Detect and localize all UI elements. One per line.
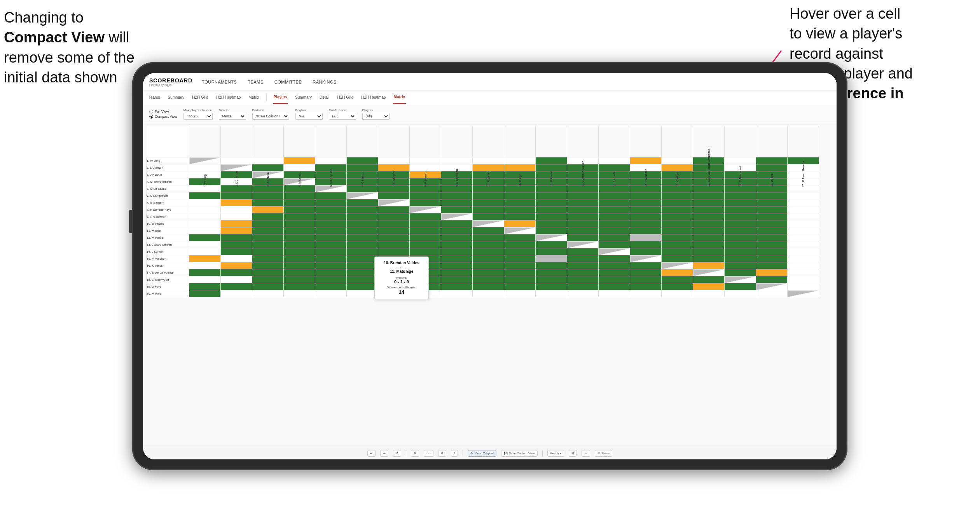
matrix-cell[interactable] [473, 269, 504, 276]
matrix-cell[interactable] [504, 234, 536, 241]
matrix-cell[interactable] [725, 248, 756, 255]
matrix-cell[interactable] [315, 227, 347, 234]
undo-button[interactable]: ↩ [367, 450, 376, 457]
matrix-cell[interactable] [378, 213, 410, 220]
matrix-cell[interactable] [662, 220, 693, 227]
matrix-cell[interactable] [473, 241, 504, 248]
matrix-cell[interactable] [567, 255, 599, 262]
matrix-cell[interactable] [725, 255, 756, 262]
matrix-cell[interactable] [756, 199, 788, 206]
matrix-cell[interactable] [315, 255, 347, 262]
matrix-cell[interactable] [599, 262, 630, 269]
matrix-cell[interactable] [189, 234, 221, 241]
matrix-cell[interactable] [693, 269, 725, 276]
matrix-cell[interactable] [536, 290, 567, 297]
matrix-cell[interactable] [221, 241, 252, 248]
matrix-cell[interactable] [473, 262, 504, 269]
share-button[interactable]: ↗ Share [595, 450, 612, 457]
matrix-cell[interactable] [347, 220, 378, 227]
matrix-cell[interactable] [441, 199, 473, 206]
matrix-cell[interactable] [221, 213, 252, 220]
matrix-cell[interactable] [221, 192, 252, 199]
matrix-cell[interactable] [536, 234, 567, 241]
tab-players-matrix[interactable]: Matrix [393, 91, 406, 104]
tab-players-h2h-heatmap[interactable]: H2H Heatmap [360, 91, 386, 104]
matrix-cell[interactable] [756, 241, 788, 248]
matrix-cell[interactable] [284, 213, 315, 220]
tab-h2h-grid[interactable]: H2H Grid [191, 91, 209, 104]
matrix-cell[interactable] [441, 206, 473, 213]
matrix-cell[interactable] [567, 241, 599, 248]
matrix-cell[interactable] [473, 206, 504, 213]
matrix-cell[interactable] [630, 262, 662, 269]
matrix-cell[interactable] [189, 262, 221, 269]
tab-players-detail[interactable]: Detail [319, 91, 330, 104]
matrix-cell[interactable] [189, 241, 221, 248]
matrix-cell[interactable] [347, 262, 378, 269]
matrix-cell[interactable] [441, 255, 473, 262]
matrix-cell[interactable] [504, 213, 536, 220]
matrix-cell[interactable] [504, 241, 536, 248]
matrix-cell[interactable] [252, 227, 284, 234]
matrix-cell[interactable] [536, 241, 567, 248]
matrix-cell[interactable] [252, 220, 284, 227]
matrix-cell[interactable] [347, 276, 378, 283]
matrix-cell[interactable] [662, 199, 693, 206]
matrix-cell[interactable] [284, 199, 315, 206]
matrix-cell[interactable] [567, 269, 599, 276]
matrix-cell[interactable] [599, 213, 630, 220]
matrix-cell[interactable] [567, 220, 599, 227]
matrix-cell[interactable] [788, 248, 819, 255]
tab-teams[interactable]: Teams [148, 91, 161, 104]
matrix-cell[interactable] [662, 206, 693, 213]
matrix-cell[interactable] [284, 276, 315, 283]
matrix-cell[interactable] [599, 248, 630, 255]
matrix-cell[interactable] [536, 220, 567, 227]
matrix-cell[interactable] [630, 255, 662, 262]
matrix-cell[interactable] [252, 192, 284, 199]
matrix-cell[interactable] [567, 199, 599, 206]
matrix-cell[interactable] [221, 283, 252, 290]
matrix-cell[interactable] [284, 241, 315, 248]
matrix-cell[interactable] [662, 290, 693, 297]
matrix-cell[interactable] [504, 206, 536, 213]
matrix-cell[interactable] [504, 269, 536, 276]
matrix-cell[interactable] [189, 206, 221, 213]
matrix-cell[interactable] [504, 262, 536, 269]
matrix-cell[interactable] [788, 213, 819, 220]
matrix-cell[interactable] [536, 269, 567, 276]
matrix-cell[interactable] [347, 199, 378, 206]
matrix-cell[interactable] [347, 192, 378, 199]
matrix-cell[interactable] [599, 241, 630, 248]
matrix-cell[interactable] [315, 276, 347, 283]
matrix-cell[interactable] [662, 241, 693, 248]
matrix-cell[interactable] [693, 262, 725, 269]
matrix-cell[interactable] [378, 220, 410, 227]
matrix-cell[interactable] [189, 269, 221, 276]
matrix-cell[interactable] [410, 192, 441, 199]
matrix-cell[interactable] [662, 276, 693, 283]
matrix-cell[interactable] [441, 283, 473, 290]
matrix-cell[interactable] [315, 213, 347, 220]
more-options-button[interactable]: ⋯ [582, 450, 590, 457]
matrix-cell[interactable] [536, 199, 567, 206]
matrix-cell[interactable] [252, 213, 284, 220]
matrix-cell[interactable] [284, 248, 315, 255]
matrix-cell[interactable] [189, 199, 221, 206]
matrix-cell[interactable] [599, 234, 630, 241]
matrix-cell[interactable] [441, 262, 473, 269]
matrix-cell[interactable] [252, 269, 284, 276]
matrix-cell[interactable] [756, 220, 788, 227]
matrix-cell[interactable] [567, 248, 599, 255]
matrix-cell[interactable] [662, 192, 693, 199]
matrix-cell[interactable] [693, 248, 725, 255]
matrix-cell[interactable] [599, 283, 630, 290]
matrix-cell[interactable] [788, 283, 819, 290]
matrix-cell[interactable] [189, 227, 221, 234]
matrix-cell[interactable] [221, 227, 252, 234]
matrix-cell[interactable] [252, 241, 284, 248]
matrix-cell[interactable] [473, 248, 504, 255]
matrix-cell[interactable] [693, 213, 725, 220]
matrix-cell[interactable] [473, 276, 504, 283]
matrix-cell[interactable] [315, 206, 347, 213]
